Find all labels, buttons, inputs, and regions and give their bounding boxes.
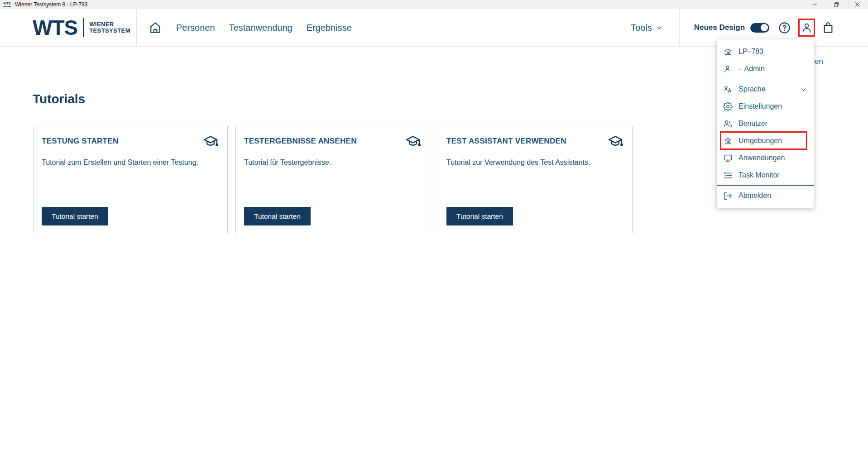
shop-button[interactable] [821,21,835,34]
menu-divider [717,185,814,186]
brand-logo-text: WTS [33,15,77,40]
close-button[interactable] [847,0,868,9]
restore-icon [834,2,839,7]
menu-item-label: Anwendungen [739,154,785,162]
brand-logo-separator [83,18,84,37]
person-icon [723,64,733,74]
nav-item-personen[interactable]: Personen [176,23,215,33]
menu-item-label: LP–783 [739,48,763,56]
window-title: Wiener Testsystem 8 - LP-783 [15,1,88,8]
page-title: Tutorials [33,92,85,106]
menu-item-label: Umgebungen [739,137,782,145]
help-icon [778,21,791,34]
menu-item-label: Sprache [739,85,766,93]
nav-divider-right [679,9,680,46]
app-icon: WTS [3,1,11,8]
clipped-text: en [815,57,823,66]
menu-item-anwendungen[interactable]: Anwendungen [717,149,814,167]
card-testergebnisse-ansehen: TESTERGEBNISSE ANSEHEN Tutorial für Test… [235,126,430,233]
logout-icon [723,191,733,201]
tutorial-start-button[interactable]: Tutorial starten [446,207,513,225]
tutorial-cards: TESTUNG STARTEN Tutorial zum Erstellen u… [33,126,633,233]
window-controls [804,0,868,9]
app-window: WTS Wiener Testsystem 8 - LP-783 WTS WIE… [0,0,868,465]
tools-menu-button[interactable]: Tools [631,23,663,33]
chevron-down-icon [800,86,807,93]
new-design-toggle[interactable] [750,23,769,33]
graduation-cap-icon [202,134,219,151]
help-button[interactable] [778,21,791,34]
card-testung-starten: TESTUNG STARTEN Tutorial zum Erstellen u… [33,126,228,233]
minimize-button[interactable] [804,0,825,9]
menu-divider [717,79,814,79]
tools-label: Tools [631,23,652,33]
menu-item-umgebungen[interactable]: Umgebungen [717,132,814,149]
bank-icon [723,136,733,146]
menu-item-label: Einstellungen [739,102,782,110]
user-dropdown-menu: LP–783 – Admin Sprache Einstell [717,39,814,208]
menu-item-label: Task Monitor [739,171,780,179]
menu-item-admin[interactable]: – Admin [717,60,814,77]
task-list-icon [723,171,733,180]
menu-item-environment-lp783[interactable]: LP–783 [717,43,814,60]
app-icon-text: WTS [3,2,10,5]
minimize-icon [812,2,818,7]
monitor-icon [723,153,733,163]
tutorial-start-button[interactable]: Tutorial starten [42,207,108,225]
menu-item-abmelden[interactable]: Abmelden [717,187,814,204]
shopping-bag-icon [821,21,835,34]
tutorial-start-button[interactable]: Tutorial starten [244,207,311,225]
card-head: TEST ASSISTANT VERWENDEN [446,134,624,151]
translate-icon [723,85,733,94]
nav-item-ergebnisse[interactable]: Ergebnisse [307,23,352,33]
menu-item-label: Abmelden [739,192,771,200]
menu-item-einstellungen[interactable]: Einstellungen [717,98,814,115]
main-navigation: Personen Testanwendung Ergebnisse [149,9,352,46]
chevron-down-icon [655,24,663,32]
new-design-label: Neues Design [694,23,745,32]
app-icon-bar [3,6,11,7]
card-head: TESTERGEBNISSE ANSEHEN [244,134,422,151]
card-title: TESTERGEBNISSE ANSEHEN [244,134,357,146]
graduation-cap-icon [404,134,422,151]
card-title: TESTUNG STARTEN [42,134,118,146]
gear-icon [723,102,733,111]
nav-item-testanwendung[interactable]: Testanwendung [229,23,293,33]
nav-divider-left [136,9,137,46]
menu-item-sprache[interactable]: Sprache [717,81,814,98]
home-button[interactable] [149,21,162,34]
close-icon [855,2,860,7]
restore-button[interactable] [825,0,847,9]
toggle-knob [761,24,768,31]
brand-sub-line1: WIENER [89,21,130,28]
card-description: Tutorial für Testergebnisse. [244,158,422,167]
title-bar: WTS Wiener Testsystem 8 - LP-783 [0,0,868,9]
card-title: TEST ASSISTANT VERWENDEN [446,134,566,146]
user-menu-button[interactable] [801,22,813,34]
menu-item-benutzer[interactable]: Benutzer [717,115,814,132]
menu-item-label: Benutzer [739,120,767,128]
card-head: TESTUNG STARTEN [42,134,219,151]
menu-item-task-monitor[interactable]: Task Monitor [717,167,814,184]
graduation-cap-icon [607,134,624,151]
card-description: Tutorial zur Verwendung des Test Assista… [446,158,624,167]
brand-logo-subtitle: WIENER TESTSYSTEM [89,21,130,34]
user-menu-button-highlight [798,19,815,37]
user-icon [801,22,813,34]
bank-icon [723,47,733,57]
title-bar-left: WTS Wiener Testsystem 8 - LP-783 [0,1,804,8]
users-icon [723,119,733,129]
card-test-assistant-verwenden: TEST ASSISTANT VERWENDEN Tutorial zur Ve… [438,126,633,233]
brand-logo: WTS WIENER TESTSYSTEM [33,9,130,46]
home-icon [149,21,162,34]
menu-item-label: – Admin [739,65,765,73]
brand-sub-line2: TESTSYSTEM [89,28,130,34]
card-description: Tutorial zum Erstellen und Starten einer… [42,158,219,167]
